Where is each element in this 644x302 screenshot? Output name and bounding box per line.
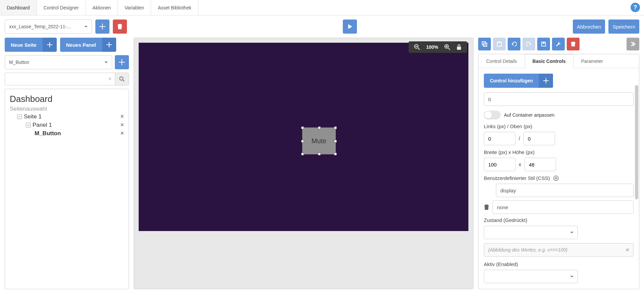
tab-dashboard[interactable]: Dashboard bbox=[0, 0, 37, 15]
x-separator: x bbox=[519, 162, 521, 167]
resize-handle[interactable] bbox=[334, 153, 337, 155]
prop-tab-control-details[interactable]: Control Details bbox=[478, 54, 525, 68]
tree-node-page[interactable]: − Seite 1 × bbox=[10, 112, 124, 121]
state-select[interactable] bbox=[484, 226, 578, 239]
add-dashboard-button[interactable] bbox=[95, 20, 109, 34]
prop-tab-basic-controls[interactable]: Basic Controls bbox=[525, 54, 573, 68]
right-panel: Control Details Basic Controls Parameter… bbox=[478, 38, 639, 289]
chevron-down-icon bbox=[84, 26, 88, 28]
tree-node-control[interactable]: M_Button × bbox=[10, 129, 124, 138]
delete-prop-button[interactable] bbox=[567, 38, 580, 50]
top-nav: Dashboard Control Designer Aktionen Vari… bbox=[0, 0, 644, 15]
delete-dashboard-button[interactable] bbox=[113, 20, 127, 34]
fit-container-label: Auf Container anpassen bbox=[504, 112, 554, 118]
canvas[interactable]: Mute bbox=[139, 43, 468, 231]
state-label: Zustand (Gedrückt) bbox=[484, 217, 634, 223]
add-control-button[interactable] bbox=[115, 55, 129, 69]
scrollbar[interactable] bbox=[635, 85, 638, 199]
mapping-input[interactable]: (Abbildung des Wertes, e.g. v===100) × bbox=[484, 243, 634, 257]
top-input[interactable] bbox=[523, 132, 555, 145]
new-page-button[interactable]: Neue Seite bbox=[5, 38, 57, 52]
tree-panel-label: Panel 1 bbox=[33, 122, 52, 128]
delete-page-icon[interactable]: × bbox=[120, 113, 124, 120]
zoom-in-button[interactable] bbox=[444, 44, 450, 50]
toolbar-row: xxx_Lasse_Temp_2022-11-... Abbrechen Spe… bbox=[0, 15, 644, 38]
save-icon bbox=[541, 41, 546, 47]
clear-mapping-icon[interactable]: × bbox=[626, 247, 629, 254]
undo-icon bbox=[511, 41, 517, 47]
resize-handle[interactable] bbox=[301, 126, 304, 129]
paste-button[interactable] bbox=[493, 38, 506, 50]
svg-point-0 bbox=[120, 77, 123, 80]
redo-icon bbox=[526, 41, 532, 47]
clear-search-icon[interactable]: × bbox=[108, 73, 111, 85]
prop-tab-parameter[interactable]: Parameter bbox=[573, 54, 611, 68]
css-property-input[interactable] bbox=[496, 184, 634, 197]
resize-handle[interactable] bbox=[301, 140, 304, 143]
zoom-out-button[interactable] bbox=[414, 44, 420, 50]
canvas-control-mute[interactable]: Mute bbox=[302, 127, 336, 154]
plus-icon bbox=[539, 74, 553, 88]
cancel-button[interactable]: Abbrechen bbox=[573, 20, 605, 34]
css-label: Benutzerdefinierter Stil (CSS) bbox=[484, 175, 550, 181]
zoom-level: 100% bbox=[426, 44, 438, 50]
resize-handle[interactable] bbox=[318, 153, 321, 155]
save-button[interactable]: Speichern bbox=[608, 20, 639, 34]
tab-aktionen[interactable]: Aktionen bbox=[86, 0, 118, 15]
dashboard-select[interactable]: xxx_Lasse_Temp_2022-11-... bbox=[5, 20, 92, 34]
prop-tabs: Control Details Basic Controls Parameter bbox=[478, 54, 639, 68]
width-input[interactable] bbox=[484, 158, 515, 171]
svg-rect-8 bbox=[543, 42, 545, 44]
tree-control-label: M_Button bbox=[35, 130, 61, 137]
delete-control-icon[interactable]: × bbox=[120, 130, 124, 137]
delete-panel-icon[interactable]: × bbox=[120, 121, 124, 128]
collapse-icon[interactable]: − bbox=[26, 123, 31, 127]
tree-node-panel[interactable]: − Panel 1 × bbox=[10, 121, 124, 129]
resize-handle[interactable] bbox=[334, 140, 337, 143]
help-icon[interactable]: ? bbox=[631, 3, 640, 12]
tab-asset-bibliothek[interactable]: Asset Bibliothek bbox=[151, 0, 198, 15]
dashboard-select-value: xxx_Lasse_Temp_2022-11-... bbox=[9, 24, 82, 29]
collapse-icon[interactable]: − bbox=[17, 114, 22, 119]
lock-icon[interactable] bbox=[456, 44, 462, 50]
css-value-input[interactable] bbox=[493, 200, 634, 214]
play-button[interactable] bbox=[343, 20, 357, 34]
new-panel-button[interactable]: Neues Panel bbox=[60, 38, 116, 52]
tab-variablen[interactable]: Variablen bbox=[118, 0, 151, 15]
chevron-down-icon bbox=[570, 276, 573, 277]
resize-handle[interactable] bbox=[301, 153, 304, 155]
copy-button[interactable] bbox=[478, 38, 491, 50]
height-input[interactable] bbox=[524, 158, 556, 171]
add-control-button[interactable]: Control hinzufügen bbox=[484, 74, 553, 88]
plus-icon bbox=[99, 24, 105, 30]
tab-control-designer[interactable]: Control Designer bbox=[37, 0, 86, 15]
plus-icon bbox=[43, 38, 57, 52]
resize-handle[interactable] bbox=[334, 126, 337, 129]
left-panel: Neue Seite Neues Panel M_Button bbox=[5, 38, 129, 289]
undo-button[interactable] bbox=[508, 38, 520, 50]
prop-body: Control hinzufügen Auf Container anpasse… bbox=[478, 68, 639, 289]
right-toolbar bbox=[478, 38, 639, 50]
svg-rect-7 bbox=[498, 41, 500, 43]
active-label: Aktiv (Enabled) bbox=[484, 261, 634, 267]
canvas-toolbar: 100% bbox=[409, 41, 467, 53]
control-type-select[interactable]: M_Button bbox=[5, 55, 112, 69]
slash-separator: / bbox=[519, 136, 520, 141]
search-input[interactable] bbox=[5, 73, 115, 85]
left-input[interactable] bbox=[484, 132, 515, 145]
resize-handle[interactable] bbox=[318, 126, 321, 129]
active-select[interactable] bbox=[484, 270, 578, 283]
save-prop-button[interactable] bbox=[537, 38, 550, 50]
trash-icon bbox=[117, 24, 123, 30]
fit-container-toggle[interactable] bbox=[484, 111, 501, 119]
tree-title: Dashboard bbox=[10, 94, 124, 104]
control-type-value: M_Button bbox=[9, 60, 102, 65]
value-input[interactable] bbox=[484, 92, 634, 106]
expand-panel-button[interactable] bbox=[627, 38, 639, 50]
delete-css-icon[interactable] bbox=[484, 204, 489, 210]
redo-button[interactable] bbox=[522, 38, 535, 50]
search-button[interactable] bbox=[115, 73, 129, 85]
plus-icon bbox=[119, 59, 125, 65]
settings-button[interactable] bbox=[552, 38, 565, 50]
add-css-icon[interactable] bbox=[553, 176, 559, 181]
